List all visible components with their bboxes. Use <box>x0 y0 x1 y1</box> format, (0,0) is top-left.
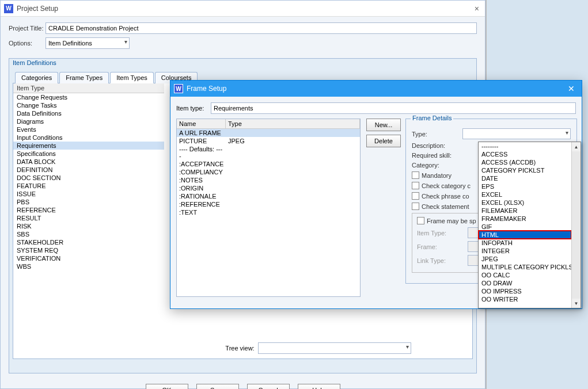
mandatory-checkbox[interactable] <box>412 171 419 179</box>
cell-name: :RATIONALE <box>177 192 226 200</box>
dropdown-item[interactable]: MULTIPLE CATEGORY PICKLST <box>479 263 571 271</box>
dropdown-item[interactable]: EXCEL <box>479 190 571 199</box>
dropdown-item[interactable]: JPEG <box>479 255 571 263</box>
list-item[interactable]: Specifications <box>13 150 164 158</box>
cancel-button[interactable]: Cancel <box>247 384 290 389</box>
tab-categories[interactable]: Categories <box>15 72 58 83</box>
help-button[interactable]: Help <box>298 384 340 389</box>
cell-type <box>226 208 260 216</box>
dropdown-item[interactable]: EXCEL (XLSX) <box>479 199 571 207</box>
list-item[interactable]: VERIFICATION <box>13 254 164 262</box>
tab-frame-types[interactable]: Frame Types <box>59 72 109 83</box>
col-name[interactable]: Name <box>177 119 226 129</box>
list-item[interactable]: SYSTEM REQ <box>13 246 164 254</box>
mandatory-label: Mandatory <box>422 172 452 179</box>
options-combo[interactable]: Item Definitions <box>45 37 130 49</box>
list-item[interactable]: Data Definitions <box>13 109 164 117</box>
frame-maybe-checkbox[interactable] <box>417 217 424 224</box>
check-phrase-checkbox[interactable] <box>412 192 419 200</box>
list-item[interactable]: Change Tasks <box>13 101 164 109</box>
type-dropdown[interactable]: --------ACCESSACCESS (ACCDB)CATEGORY PIC… <box>478 142 581 308</box>
cell-type <box>226 200 260 208</box>
save-button[interactable]: Save <box>196 384 239 389</box>
tab-item-types[interactable]: Item Types <box>110 72 154 83</box>
list-item[interactable]: WBS <box>13 262 164 270</box>
cell-type <box>226 168 260 176</box>
list-item[interactable]: DOC SECTION <box>13 174 164 182</box>
list-item[interactable]: RESULT <box>13 214 164 222</box>
new-button[interactable]: New... <box>366 119 401 131</box>
check-statement-checkbox[interactable] <box>412 203 419 210</box>
scrollbar[interactable]: ▲ ▼ <box>571 142 581 308</box>
list-item[interactable]: Input Conditions <box>13 134 164 142</box>
options-combo-value: Item Definitions <box>48 40 92 47</box>
table-row[interactable]: :TEXT <box>177 208 360 216</box>
list-item[interactable]: PBS <box>13 198 164 206</box>
list-item[interactable]: Requirements <box>13 142 164 150</box>
list-item[interactable]: Change Requests <box>13 93 164 101</box>
scroll-down-icon[interactable]: ▼ <box>572 299 581 308</box>
list-item[interactable]: DATA BLOCK <box>13 158 164 166</box>
type-combo[interactable] <box>462 128 571 139</box>
list-item[interactable]: FEATURE <box>13 182 164 190</box>
frame-table[interactable]: Name Type A URL FRAMEPICTUREJPEG---- Def… <box>176 119 361 297</box>
side-buttons: New... Delete <box>366 119 401 151</box>
list-item[interactable]: RISK <box>13 222 164 230</box>
cell-name: A URL FRAME <box>177 129 226 137</box>
cell-name: :REFERENCE <box>177 200 226 208</box>
dropdown-item[interactable]: OO DRAW <box>479 279 571 287</box>
dropdown-item[interactable]: ACCESS (ACCDB) <box>479 158 571 166</box>
list-item[interactable]: ISSUE <box>13 190 164 198</box>
list-item[interactable]: REFERENCE <box>13 206 164 214</box>
ok-button[interactable]: OK <box>146 384 188 389</box>
delete-button[interactable]: Delete <box>366 135 401 147</box>
dropdown-item[interactable]: -------- <box>479 142 571 150</box>
close-icon[interactable]: × <box>472 4 481 13</box>
dropdown-item[interactable]: ACCESS <box>479 150 571 158</box>
cell-type <box>226 192 260 200</box>
table-row[interactable]: :ACCEPTANCE <box>177 160 360 168</box>
check-category-checkbox[interactable] <box>412 182 419 189</box>
dropdown-item[interactable]: FILEMAKER <box>479 207 571 215</box>
cell-name: :ACCEPTANCE <box>177 160 226 168</box>
dropdown-item[interactable]: OO WRITER <box>479 295 571 303</box>
dropdown-item[interactable]: HTML <box>479 231 571 239</box>
close-icon[interactable]: ✕ <box>564 84 578 93</box>
item-type-listbox[interactable]: Item Type Change RequestsChange TasksDat… <box>13 83 164 359</box>
check-category-label: Check category c <box>422 182 471 189</box>
table-row[interactable]: :ORIGIN <box>177 184 360 192</box>
form-area: Project Title: Options: Item Definitions <box>1 17 485 58</box>
cell-type <box>226 176 260 184</box>
table-row[interactable]: :REFERENCE <box>177 200 360 208</box>
titlebar: W Project Setup × <box>1 1 485 17</box>
col-type[interactable]: Type <box>226 119 360 129</box>
app-icon: W <box>174 84 183 93</box>
dropdown-item[interactable]: GIF <box>479 223 571 231</box>
item-type-input[interactable] <box>211 102 576 114</box>
dropdown-item[interactable]: DATE <box>479 174 571 182</box>
table-row[interactable]: ---- Defaults: ---- <box>177 145 360 160</box>
dialog-title: Frame Setup <box>187 85 564 93</box>
project-title-input[interactable] <box>45 22 477 34</box>
dropdown-item[interactable]: CATEGORY PICKLST <box>479 166 571 174</box>
dropdown-item[interactable]: OO CALC <box>479 271 571 279</box>
dropdown-item[interactable]: FRAMEMAKER <box>479 215 571 223</box>
table-row[interactable]: :COMPLIANCY <box>177 168 360 176</box>
dropdown-item[interactable]: EPS <box>479 182 571 190</box>
dropdown-item[interactable]: INFOPATH <box>479 239 571 247</box>
table-row[interactable]: A URL FRAME <box>177 129 360 137</box>
table-row[interactable]: :NOTES <box>177 176 360 184</box>
list-item[interactable]: DEFINITION <box>13 166 164 174</box>
category-label: Category: <box>412 162 462 169</box>
dropdown-item[interactable]: INTEGER <box>479 247 571 255</box>
list-item[interactable]: SBS <box>13 230 164 238</box>
tree-view-combo[interactable] <box>258 342 411 354</box>
list-item[interactable]: Diagrams <box>13 117 164 125</box>
list-item[interactable]: Events <box>13 125 164 134</box>
scroll-up-icon[interactable]: ▲ <box>572 142 581 151</box>
table-row[interactable]: :RATIONALE <box>177 192 360 200</box>
list-item[interactable]: STAKEHOLDER <box>13 238 164 246</box>
cell-type <box>226 129 260 137</box>
dropdown-item[interactable]: OO IMPRESS <box>479 287 571 295</box>
table-row[interactable]: PICTUREJPEG <box>177 137 360 145</box>
